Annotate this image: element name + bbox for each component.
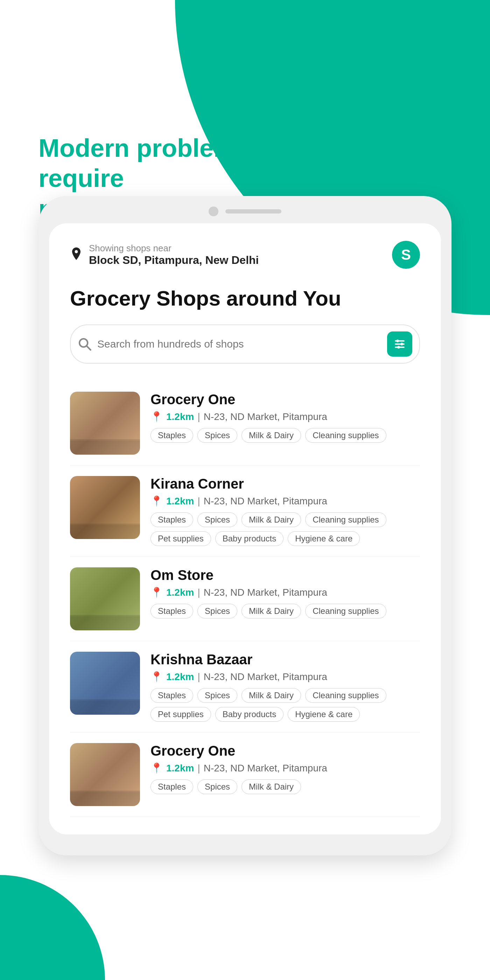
shop-distance-row: 📍 1.2km | N-23, ND Market, Pitampura	[151, 671, 420, 682]
shop-address: N-23, ND Market, Pitampura	[204, 496, 327, 507]
shop-details: Grocery One 📍 1.2km | N-23, ND Market, P…	[151, 743, 420, 806]
shop-item[interactable]: Om Store 📍 1.2km | N-23, ND Market, Pita…	[70, 557, 420, 641]
phone-body: Showing shops near Block SD, Pitampura, …	[38, 196, 452, 855]
shop-tag: Milk & Dairy	[242, 512, 301, 527]
distance-value: 1.2km	[166, 411, 194, 422]
shop-tag: Pet supplies	[151, 707, 211, 722]
distance-pin-icon: 📍	[151, 411, 163, 422]
shop-tag: Hygiene & care	[288, 531, 360, 546]
shop-name: Kirana Corner	[151, 476, 420, 492]
search-input[interactable]	[97, 338, 382, 350]
shop-tag: Spices	[197, 688, 237, 703]
shop-tag: Spices	[197, 428, 237, 443]
distance-separator: |	[197, 587, 200, 598]
shop-tag: Milk & Dairy	[242, 688, 301, 703]
shop-list: Grocery One 📍 1.2km | N-23, ND Market, P…	[70, 381, 420, 817]
phone-notch	[49, 207, 441, 216]
background-arc-bottom	[0, 875, 105, 980]
shop-details: Kirana Corner 📍 1.2km | N-23, ND Market,…	[151, 476, 420, 546]
distance-pin-icon: 📍	[151, 495, 163, 507]
shop-image	[70, 476, 140, 539]
location-name: Block SD, Pitampura, New Delhi	[89, 254, 259, 267]
shop-image	[70, 652, 140, 715]
shop-distance-row: 📍 1.2km | N-23, ND Market, Pitampura	[151, 495, 420, 507]
svg-point-7	[397, 346, 400, 348]
shop-address: N-23, ND Market, Pitampura	[204, 763, 327, 774]
distance-separator: |	[197, 671, 200, 682]
shop-distance-row: 📍 1.2km | N-23, ND Market, Pitampura	[151, 411, 420, 422]
page-title: Grocery Shops around You	[70, 286, 420, 310]
shop-tag: Cleaning supplies	[305, 604, 386, 619]
shop-distance-row: 📍 1.2km | N-23, ND Market, Pitampura	[151, 587, 420, 598]
hero-line-1: Modern problems	[38, 134, 250, 162]
shop-item[interactable]: Krishna Bazaar 📍 1.2km | N-23, ND Market…	[70, 641, 420, 733]
location-info: Showing shops near Block SD, Pitampura, …	[70, 243, 259, 267]
tags-row: StaplesSpicesMilk & DairyCleaning suppli…	[151, 428, 420, 443]
tags-row: StaplesSpicesMilk & Dairy	[151, 780, 420, 794]
shop-tag: Baby products	[215, 531, 283, 546]
distance-separator: |	[197, 763, 200, 774]
app-content: Showing shops near Block SD, Pitampura, …	[49, 223, 441, 834]
svg-point-6	[400, 343, 403, 345]
shop-name: Grocery One	[151, 743, 420, 759]
shop-tag: Baby products	[215, 707, 283, 722]
distance-separator: |	[197, 411, 200, 422]
shop-tag: Spices	[197, 780, 237, 794]
shop-details: Grocery One 📍 1.2km | N-23, ND Market, P…	[151, 391, 420, 455]
showing-near-label: Showing shops near	[89, 243, 259, 254]
shop-tag: Staples	[151, 604, 193, 619]
shop-address: N-23, ND Market, Pitampura	[204, 411, 327, 422]
shop-address: N-23, ND Market, Pitampura	[204, 671, 327, 682]
shop-tag: Pet supplies	[151, 531, 211, 546]
phone-screen: Showing shops near Block SD, Pitampura, …	[49, 223, 441, 834]
shop-item[interactable]: Kirana Corner 📍 1.2km | N-23, ND Market,…	[70, 466, 420, 557]
distance-value: 1.2km	[166, 496, 194, 507]
location-text: Showing shops near Block SD, Pitampura, …	[89, 243, 259, 267]
shop-address: N-23, ND Market, Pitampura	[204, 587, 327, 598]
shop-tag: Milk & Dairy	[242, 428, 301, 443]
user-avatar[interactable]: S	[392, 241, 420, 269]
shop-item[interactable]: Grocery One 📍 1.2km | N-23, ND Market, P…	[70, 381, 420, 466]
filter-button[interactable]	[387, 331, 412, 356]
shop-image	[70, 567, 140, 630]
tags-row: StaplesSpicesMilk & DairyCleaning suppli…	[151, 604, 420, 619]
shop-name: Grocery One	[151, 391, 420, 407]
phone-camera	[208, 207, 218, 216]
shop-tag: Milk & Dairy	[242, 604, 301, 619]
svg-point-5	[396, 339, 399, 342]
shop-distance-row: 📍 1.2km | N-23, ND Market, Pitampura	[151, 762, 420, 774]
shop-item[interactable]: Grocery One 📍 1.2km | N-23, ND Market, P…	[70, 733, 420, 817]
shop-tag: Staples	[151, 428, 193, 443]
distance-pin-icon: 📍	[151, 671, 163, 682]
shop-tag: Staples	[151, 780, 193, 794]
shop-tag: Cleaning supplies	[305, 428, 386, 443]
shop-tag: Staples	[151, 688, 193, 703]
tags-row: StaplesSpicesMilk & DairyCleaning suppli…	[151, 512, 420, 546]
app-header: Showing shops near Block SD, Pitampura, …	[70, 241, 420, 269]
shop-tag: Hygiene & care	[288, 707, 360, 722]
shop-details: Om Store 📍 1.2km | N-23, ND Market, Pita…	[151, 567, 420, 630]
hero-line-2: require	[38, 164, 124, 192]
shop-tag: Spices	[197, 512, 237, 527]
shop-tag: Cleaning supplies	[305, 688, 386, 703]
shop-tag: Milk & Dairy	[242, 780, 301, 794]
svg-line-1	[87, 346, 91, 350]
shop-name: Krishna Bazaar	[151, 652, 420, 667]
shop-tag: Cleaning supplies	[305, 512, 386, 527]
distance-pin-icon: 📍	[151, 762, 163, 774]
distance-value: 1.2km	[166, 671, 194, 682]
distance-value: 1.2km	[166, 587, 194, 598]
shop-tag: Spices	[197, 604, 237, 619]
shop-details: Krishna Bazaar 📍 1.2km | N-23, ND Market…	[151, 652, 420, 722]
location-pin-icon	[70, 247, 83, 262]
distance-pin-icon: 📍	[151, 587, 163, 598]
shop-tag: Staples	[151, 512, 193, 527]
shop-name: Om Store	[151, 567, 420, 583]
phone-mockup: Showing shops near Block SD, Pitampura, …	[38, 196, 452, 855]
phone-speaker	[225, 209, 282, 213]
tags-row: StaplesSpicesMilk & DairyCleaning suppli…	[151, 688, 420, 722]
search-bar[interactable]	[70, 325, 420, 364]
shop-image	[70, 743, 140, 806]
search-icon	[78, 337, 92, 351]
distance-separator: |	[197, 496, 200, 507]
